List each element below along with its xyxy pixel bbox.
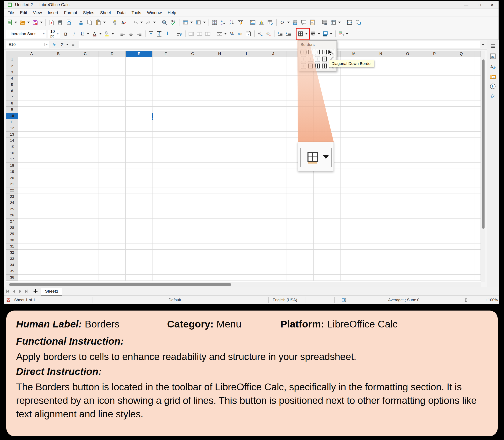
grid-cell[interactable]: [126, 107, 152, 113]
freeze-rows-columns-button[interactable]: *: [329, 18, 337, 27]
grid-cell[interactable]: [179, 187, 206, 193]
grid-cell[interactable]: [45, 107, 72, 113]
row-header-33[interactable]: 33: [6, 256, 18, 262]
grid-cell[interactable]: [152, 268, 179, 274]
row-header-32[interactable]: 32: [6, 250, 18, 256]
grid-cell[interactable]: [233, 76, 260, 82]
grid-cell[interactable]: [233, 206, 260, 212]
grid-cell[interactable]: [341, 150, 367, 156]
grid-cell[interactable]: [475, 76, 481, 82]
column-header-g[interactable]: G: [179, 51, 206, 57]
grid-cell[interactable]: [421, 212, 448, 219]
grid-cell[interactable]: [206, 175, 233, 181]
selection-mode-icon[interactable]: [341, 296, 347, 304]
grid-cell[interactable]: [99, 175, 126, 181]
grid-cell[interactable]: [99, 113, 126, 119]
grid-cell[interactable]: [475, 212, 481, 219]
grid-cell[interactable]: [367, 231, 394, 237]
grid-cell[interactable]: [260, 150, 287, 156]
grid-cell[interactable]: [394, 156, 421, 163]
grid-cell[interactable]: [72, 225, 99, 231]
grid-cell[interactable]: [287, 100, 314, 107]
grid-cell[interactable]: [126, 200, 152, 206]
sort-ascending-button[interactable]: AZ: [219, 18, 227, 27]
grid-cell[interactable]: [287, 88, 314, 94]
grid-cell[interactable]: [45, 268, 72, 274]
zoom-slider-thumb[interactable]: [465, 299, 467, 302]
special-character-button[interactable]: Ω: [278, 18, 286, 27]
grid-cell[interactable]: [287, 212, 314, 219]
grid-cell[interactable]: [206, 119, 233, 125]
grid-cell[interactable]: [475, 94, 481, 100]
grid-cell[interactable]: [206, 63, 233, 69]
grid-cell[interactable]: [421, 107, 448, 113]
grid-cell[interactable]: [260, 132, 287, 138]
row-header-21[interactable]: 21: [6, 181, 18, 187]
grid-cell[interactable]: [394, 275, 421, 281]
grid-cell[interactable]: [287, 119, 314, 125]
grid-cell[interactable]: [233, 262, 260, 268]
grid-cell[interactable]: [314, 113, 341, 119]
grid-cell[interactable]: [394, 231, 421, 237]
grid-cell[interactable]: [341, 256, 367, 262]
grid-cell[interactable]: [394, 125, 421, 131]
grid-cell[interactable]: [287, 206, 314, 212]
grid-cell[interactable]: [126, 244, 152, 250]
border-preset-left-right-borders[interactable]: [321, 49, 328, 55]
grid-cell[interactable]: [367, 94, 394, 100]
grid-cell[interactable]: [126, 237, 152, 243]
row-header-34[interactable]: 34: [6, 262, 18, 268]
grid-cell[interactable]: [367, 156, 394, 163]
grid-cell[interactable]: [45, 237, 72, 243]
grid-cell[interactable]: [179, 237, 206, 243]
open-button[interactable]: [18, 18, 27, 27]
grid-cell[interactable]: [126, 194, 152, 200]
headers-footers-button[interactable]: [308, 18, 316, 27]
grid-cell[interactable]: [475, 119, 481, 125]
row-header-29[interactable]: 29: [6, 231, 18, 237]
grid-cell[interactable]: [99, 125, 126, 131]
grid-cell[interactable]: [179, 156, 206, 163]
grid-cell[interactable]: [18, 144, 45, 150]
grid-cell[interactable]: [99, 132, 126, 138]
grid-cell[interactable]: [341, 169, 367, 175]
grid-cell[interactable]: [394, 219, 421, 225]
merge-center-button[interactable]: [187, 29, 195, 39]
grid-cell[interactable]: [18, 175, 45, 181]
grid-cell[interactable]: [260, 175, 287, 181]
save-dropdown-arrow[interactable]: [40, 22, 42, 23]
grid-cell[interactable]: [367, 144, 394, 150]
column-header-p[interactable]: P: [421, 51, 448, 57]
grid-cell[interactable]: [206, 163, 233, 169]
grid-cell[interactable]: [287, 194, 314, 200]
grid-cell[interactable]: [18, 138, 45, 144]
grid-cell[interactable]: [341, 132, 367, 138]
column-dropdown-arrow[interactable]: [203, 22, 205, 23]
conditional-formatting-dropdown-arrow[interactable]: [346, 33, 348, 34]
grid-cell[interactable]: [233, 150, 260, 156]
grid-cell[interactable]: [152, 244, 179, 250]
grid-cell[interactable]: [394, 100, 421, 107]
grid-cell[interactable]: [314, 219, 341, 225]
grid-cell[interactable]: [152, 275, 179, 281]
grid-cell[interactable]: [72, 175, 99, 181]
font-name-combobox[interactable]: Liberation Sans ˅: [6, 30, 46, 38]
grid-cell[interactable]: [287, 181, 314, 187]
conditional-formatting-button[interactable]: ≠: [337, 29, 345, 39]
grid-cell[interactable]: [287, 231, 314, 237]
grid-cell[interactable]: [72, 63, 99, 69]
grid-cell[interactable]: [314, 200, 341, 206]
row-header-23[interactable]: 23: [6, 194, 18, 200]
borders-button[interactable]: [297, 29, 304, 39]
grid-cell[interactable]: [260, 194, 287, 200]
vertical-scrollbar[interactable]: [481, 51, 485, 282]
row-header-35[interactable]: 35: [6, 268, 18, 274]
grid-cell[interactable]: [448, 63, 475, 69]
grid-cell[interactable]: [206, 212, 233, 219]
grid-cell[interactable]: [126, 175, 152, 181]
grid-cell[interactable]: [206, 237, 233, 243]
select-all-corner[interactable]: [6, 51, 18, 57]
row-header-27[interactable]: 27: [6, 219, 18, 225]
grid-cell[interactable]: [448, 206, 475, 212]
column-header-o[interactable]: O: [394, 51, 421, 57]
